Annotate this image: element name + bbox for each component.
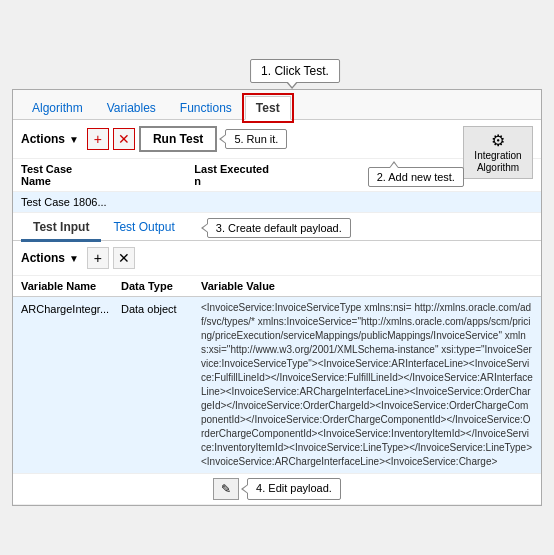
subtab-test-output[interactable]: Test Output: [101, 215, 186, 242]
test-case-value-row: Test Case 1806...: [13, 192, 541, 213]
actions-dropdown-arrow-2[interactable]: ▼: [69, 253, 79, 264]
tab-algorithm[interactable]: Algorithm: [21, 96, 94, 119]
tooltip-run-it: 5. Run it.: [225, 129, 287, 149]
tooltip-add-new-test: 2. Add new test.: [368, 167, 464, 187]
tooltip-click-test: 1. Click Test.: [250, 59, 340, 83]
integration-algorithm-button[interactable]: ⚙ IntegrationAlgorithm: [463, 126, 533, 179]
integration-btn-label: IntegrationAlgorithm: [474, 150, 521, 173]
subtabs: Test Input Test Output: [21, 215, 187, 240]
cell-data-type: Data object: [121, 301, 201, 315]
tooltip-edit-payload: 4. Edit payload.: [247, 478, 341, 500]
cell-variable-value: <InvoiceService:InvoiceServiceType xmlns…: [201, 301, 533, 469]
test-case-name-label: Test CaseName: [21, 163, 72, 187]
col-header-variable-name: Variable Name: [21, 280, 121, 292]
table-row: ARChargeIntegr... Data object <InvoiceSe…: [13, 297, 541, 474]
last-executed-label: Last Executedn: [194, 163, 269, 187]
run-test-button[interactable]: Run Test: [139, 126, 217, 152]
subtab-test-input[interactable]: Test Input: [21, 215, 101, 242]
actions-label-1: Actions: [21, 132, 65, 146]
add-test-button[interactable]: +: [87, 128, 109, 150]
tooltip-create-payload: 3. Create default payload.: [207, 218, 351, 238]
col-header-data-type: Data Type: [121, 280, 201, 292]
tab-variables[interactable]: Variables: [96, 96, 167, 119]
last-executed-col: Last Executedn: [194, 163, 359, 187]
remove-variable-button[interactable]: ✕: [113, 247, 135, 269]
edit-row: ✎ 4. Edit payload.: [13, 474, 541, 505]
toolbar-row: Actions ▼ + ✕ Run Test 5. Run it.: [13, 120, 541, 159]
actions-label-2: Actions: [21, 251, 65, 265]
table-header: Variable Name Data Type Variable Value: [13, 276, 541, 297]
nav-tabs: Algorithm Variables Functions Test: [13, 90, 541, 120]
main-container: Algorithm Variables Functions Test ⚙ Int…: [12, 89, 542, 506]
tab-test[interactable]: Test: [245, 96, 291, 120]
tab-functions[interactable]: Functions: [169, 96, 243, 119]
col-header-variable-value: Variable Value: [201, 280, 533, 292]
remove-test-button[interactable]: ✕: [113, 128, 135, 150]
gear-icon: ⚙: [472, 131, 524, 150]
subtabs-row: Test Input Test Output 3. Create default…: [13, 213, 541, 241]
add-variable-button[interactable]: +: [87, 247, 109, 269]
cell-variable-name: ARChargeIntegr...: [21, 301, 121, 315]
actions-dropdown-arrow-1[interactable]: ▼: [69, 134, 79, 145]
test-case-name-col: Test CaseName: [21, 163, 186, 187]
edit-payload-button[interactable]: ✎: [213, 478, 239, 500]
test-case-header-row: Test CaseName Last Executedn 2. Add new …: [13, 159, 541, 192]
test-case-value: Test Case 1806...: [21, 196, 107, 208]
actions-row-2: Actions ▼ + ✕: [13, 241, 541, 276]
